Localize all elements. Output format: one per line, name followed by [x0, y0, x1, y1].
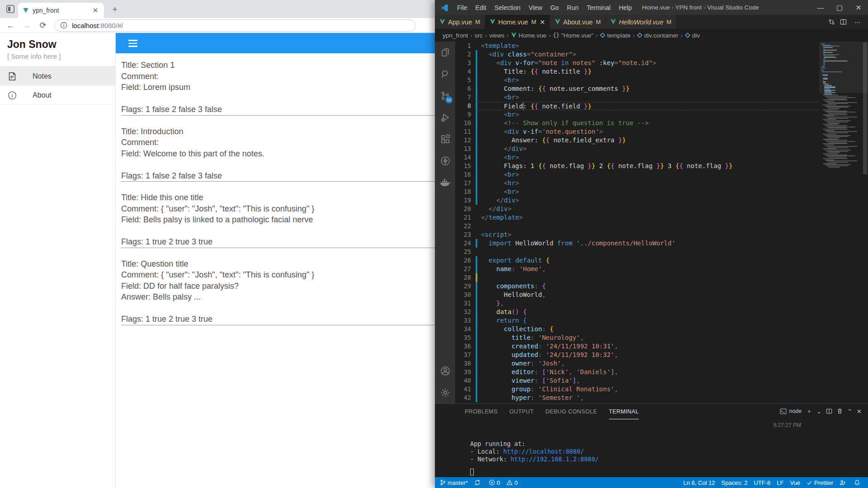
breadcrumb-item[interactable]: src [475, 32, 483, 39]
breadcrumb-item[interactable]: Home.vue [511, 32, 547, 39]
status-feedback[interactable] [836, 479, 851, 486]
editor-scrollbar[interactable] [863, 42, 867, 174]
code-line[interactable]: 23<script> [455, 230, 819, 239]
docker-icon[interactable] [435, 172, 455, 193]
code-line[interactable]: 25 [455, 248, 819, 256]
code-line[interactable]: 11 <div v-if='note.question'> [455, 127, 819, 136]
tab-home.vue[interactable]: Home.vueM✕ [485, 15, 550, 29]
code-line[interactable]: 42 hyper: 'Semester ', [455, 394, 819, 402]
menu-edit[interactable]: Edit [472, 4, 491, 11]
open-changes-icon[interactable] [828, 19, 840, 25]
more-actions-icon[interactable]: ⋯ [852, 19, 863, 26]
tab-layout-icon[interactable] [5, 4, 15, 14]
split-terminal-icon[interactable] [826, 408, 832, 414]
new-tab-button[interactable]: + [109, 4, 120, 15]
code-line[interactable]: 4 Title: {{ note.title }} [455, 67, 819, 76]
close-icon[interactable]: ✕ [849, 0, 868, 15]
code-line[interactable]: 22 [455, 222, 819, 230]
close-panel-icon[interactable]: ✕ [857, 408, 862, 415]
code-line[interactable]: 34 collection: { [455, 325, 819, 333]
split-editor-icon[interactable] [840, 19, 852, 25]
minimap[interactable] [819, 42, 868, 404]
minimap-viewport[interactable] [819, 42, 868, 93]
code-line[interactable]: 37 updated: '24/11/1992 10:32', [455, 351, 819, 359]
search-icon[interactable] [435, 63, 455, 85]
code-line[interactable]: 8 Field: {{ note.field }} [455, 102, 819, 110]
tab-about.vue[interactable]: About.vueM [550, 15, 606, 29]
explorer-icon[interactable] [435, 42, 455, 63]
site-info-icon[interactable] [60, 22, 67, 29]
status-bell[interactable] [851, 479, 865, 486]
code-line[interactable]: 30 HelloWorld, [455, 291, 819, 299]
kill-terminal-icon[interactable] [837, 408, 843, 414]
breadcrumb-item[interactable]: div [685, 32, 700, 39]
code-line[interactable]: 20 </div> [455, 205, 819, 213]
code-line[interactable]: 18 <br> [455, 188, 819, 196]
breadcrumb-item[interactable]: template [600, 32, 631, 39]
code-line[interactable]: 38 owner: 'Josh', [455, 359, 819, 368]
tab-close-icon[interactable]: ✕ [540, 19, 545, 26]
code-line[interactable]: 31 }, [455, 299, 819, 308]
forward-icon[interactable]: → [21, 19, 33, 31]
terminal-output[interactable]: App running at:- Local: http://localhost… [470, 440, 599, 463]
browser-tab[interactable]: ypn_front ✕ [18, 3, 104, 18]
sidebar-item-notes[interactable]: Notes [0, 67, 115, 86]
terminal-link[interactable]: http://localhost:8080/ [503, 448, 584, 455]
account-icon[interactable] [435, 360, 455, 382]
code-line[interactable]: 5 <br> [455, 76, 819, 84]
new-terminal-icon[interactable]: ＋ [806, 407, 812, 415]
code-line[interactable]: 26 export default { [455, 256, 819, 265]
terminal-link[interactable]: http://192.168.1.2:8080/ [510, 455, 599, 463]
menu-run[interactable]: Run [563, 4, 583, 11]
code-line[interactable]: 36 created: '24/11/1992 10:31', [455, 342, 819, 351]
code-line[interactable]: 21</template> [455, 213, 819, 222]
code-line[interactable]: 16 <br> [455, 170, 819, 179]
menu-go[interactable]: Go [546, 4, 563, 11]
refresh-icon[interactable]: ⟳ [37, 19, 49, 31]
sidebar-item-about[interactable]: About [0, 86, 115, 105]
status-spaces-2[interactable]: Spaces: 2 [718, 479, 751, 486]
status-branch[interactable]: master* [437, 479, 471, 486]
panel-tab-output[interactable]: OUTPUT [509, 404, 534, 419]
code-line[interactable]: 6 Comment: {{ note.user_comments }} [455, 84, 819, 93]
extensions-icon[interactable] [435, 128, 455, 150]
code-line[interactable]: 28 [455, 273, 819, 282]
code-line[interactable]: 7 <br> [455, 93, 819, 102]
menu-selection[interactable]: Selection [491, 4, 525, 11]
tab-helloworld.vue[interactable]: HelloWorld.vueM [606, 15, 676, 29]
breadcrumb-item[interactable]: div.container [637, 32, 679, 39]
panel-tab-debug-console[interactable]: DEBUG CONSOLE [545, 404, 597, 419]
menu-view[interactable]: View [524, 4, 546, 11]
menu-help[interactable]: Help [615, 4, 636, 11]
tab-close-icon[interactable]: ✕ [91, 6, 99, 14]
code-line[interactable]: 19 </div> [455, 196, 819, 205]
code-line[interactable]: 32 data() { [455, 308, 819, 316]
maximize-panel-icon[interactable]: ⌃ [847, 408, 852, 415]
minimize-icon[interactable]: — [811, 0, 830, 15]
code-line[interactable]: 1<template> [455, 42, 819, 50]
menu-file[interactable]: File [453, 4, 472, 11]
code-line[interactable]: 2 <div class="container"> [455, 50, 819, 59]
breadcrumb-item[interactable]: {}"Home.vue" [553, 32, 594, 39]
code-line[interactable]: 24 import HelloWorld from '../components… [455, 239, 819, 248]
run-debug-icon[interactable] [435, 107, 455, 128]
code-line[interactable]: 9 <br> [455, 110, 819, 119]
code-editor[interactable]: 1<template>2 <div class="container">3 <d… [455, 42, 819, 404]
status-ln-8-col-12[interactable]: Ln 8, Col 12 [680, 479, 718, 486]
lightning-icon[interactable] [435, 150, 455, 172]
code-line[interactable]: 27 name: 'Home', [455, 265, 819, 273]
code-line[interactable]: 13 </div> [455, 145, 819, 153]
status-vue[interactable]: Vue [787, 479, 803, 486]
code-line[interactable]: 12 Answer: {{ note.field_extra }} [455, 136, 819, 145]
url-bar[interactable]: localhost:8080/#/ [54, 19, 416, 32]
code-line[interactable]: 40 viewer: ['Sofia'], [455, 376, 819, 385]
code-line[interactable]: 15 Flags: 1 {{ note.flag }} 2 {{ note.fl… [455, 162, 819, 170]
tab-app.vue[interactable]: App.vueM [435, 15, 485, 29]
breadcrumb-item[interactable]: views [489, 32, 505, 39]
status-error[interactable]: 0 [486, 479, 503, 486]
code-line[interactable]: 14 <br> [455, 153, 819, 162]
status-utf-8[interactable]: UTF-8 [750, 479, 774, 486]
back-icon[interactable]: ← [5, 19, 16, 31]
maximize-icon[interactable]: ▢ [830, 0, 849, 15]
shell-name[interactable]: node [789, 408, 802, 414]
